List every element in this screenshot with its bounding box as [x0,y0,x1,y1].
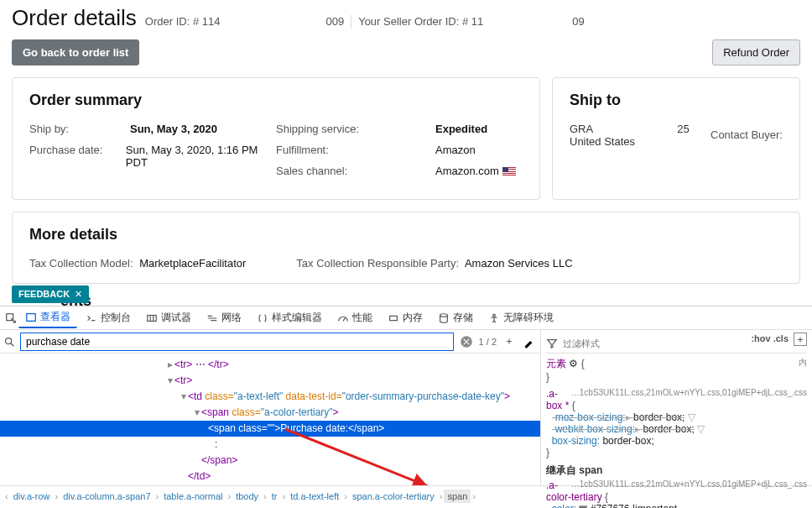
svg-rect-3 [390,316,398,320]
filter-prop-icon[interactable]: ▽ [688,411,695,423]
inherited-from-label: 继承自 span [546,463,807,478]
search-count: 1 / 2 [479,337,497,347]
tab-storage[interactable]: 存储 [431,308,480,327]
shipping-service-value: Expedited [435,123,487,135]
page-title-row: Order details Order ID: # 114 009 Your S… [12,0,800,39]
more-details-heading: More details [29,226,783,244]
tab-inspector[interactable]: 查看器 [18,307,77,328]
seller-order-id-tail: 09 [572,15,584,28]
source-file-link[interactable]: …1cbS3UK11L.css,21mOLw+nYYL.css,01giMEP+… [571,388,807,397]
ship-to-name-a: GRA [570,123,593,135]
filter-prop-icon[interactable]: ▽ [697,423,705,435]
gear-icon[interactable]: ⚙ [569,358,578,369]
sales-channel-key: Sales channel: [276,165,435,177]
tab-network[interactable]: 网络 [200,308,248,327]
tax-model-key: Tax Collection Model: [29,257,133,270]
refund-order-button[interactable]: Refund Order [712,39,800,65]
tax-model-value: MarketplaceFacilitator [139,257,246,270]
more-details-card: More details Tax Collection Model: Marke… [12,212,800,284]
tax-party-key: Tax Collection Responsible Party: [296,257,459,270]
svg-point-6 [6,338,12,343]
ship-to-country: United States [570,135,710,148]
feedback-badge[interactable]: FEEDBACK✕ [12,285,89,303]
filter-icon[interactable] [546,338,558,349]
fulfillment-key: Fulfillment: [276,144,435,156]
seller-order-id-label: Your Seller Order ID: # 11 [358,15,483,28]
contact-buyer-label: Contact Buyer: [710,128,783,141]
fulfillment-value: Amazon [435,144,476,156]
ship-to-name-b: 25 [677,123,689,135]
tab-debugger[interactable]: 调试器 [139,308,198,327]
separator [351,15,351,29]
tab-performance[interactable]: 性能 [331,308,379,327]
go-back-button[interactable]: Go back to order list [12,39,139,65]
styles-pane: :hov .cls ＋ 元素 ⚙ {内} …1cbS3UK11L.css,21m… [541,330,812,485]
purchase-date-key: Purchase date: [29,144,126,169]
svg-point-5 [493,314,496,317]
devtools-search-input[interactable] [20,333,454,351]
svg-point-4 [440,313,448,317]
svg-rect-1 [27,313,36,321]
clear-search-icon[interactable] [459,334,474,349]
ship-by-key: Ship by: [29,123,130,135]
dom-tree[interactable]: ▸<tr> ⋯ </tr> ▾<tr> ▾<td class="a-text-l… [0,354,540,485]
add-icon[interactable]: ＋ [502,334,517,349]
close-icon[interactable]: ✕ [75,289,82,299]
source-file-link[interactable]: …1cbS3UK11L.css,21mOLw+nYYL.css,01giMEP+… [571,479,807,489]
purchase-date-value: Sun, May 3, 2020, 1:16 PM PDT [126,144,276,169]
devtools-panel: 查看器 控制台 调试器 网络 样式编辑器 性能 内存 存储 无障碍环境 1 / … [0,306,812,508]
shipping-service-key: Shipping service: [276,123,435,135]
tab-accessibility[interactable]: 无障碍环境 [481,308,560,327]
search-icon [3,336,15,348]
add-rule-icon[interactable]: ＋ [794,333,807,346]
order-summary-heading: Order summary [29,92,523,109]
svg-rect-2 [148,315,157,321]
order-summary-card: Order summary Ship by:Sun, May 3, 2020 P… [12,77,540,200]
tab-memory[interactable]: 内存 [381,308,429,327]
pick-element-icon[interactable] [5,312,17,324]
ship-to-heading: Ship to [570,92,710,109]
hov-cls-toggle[interactable]: :hov .cls [751,333,789,343]
ship-by-value: Sun, May 3, 2020 [130,123,217,135]
sales-channel-value: Amazon.com [435,165,499,177]
page-title: Order details [12,5,137,31]
us-flag-icon [502,167,516,176]
ship-to-card: Ship to GRA 25 United States Contact Buy… [552,77,800,200]
selected-node[interactable]: <span class="">Purchase date:</span> [0,421,540,437]
order-id-tail: 009 [325,15,344,28]
eyedropper-icon[interactable] [522,334,537,349]
tab-style-editor[interactable]: 样式编辑器 [250,308,329,327]
tax-party-value: Amazon Services LLC [465,257,573,270]
order-id-label: Order ID: # 114 [145,15,221,28]
tab-console[interactable]: 控制台 [79,308,138,327]
